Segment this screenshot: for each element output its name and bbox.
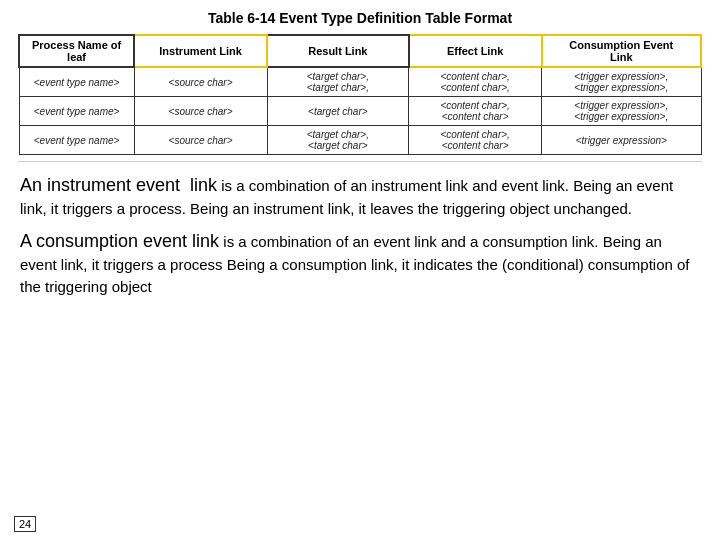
page-number: 24	[14, 516, 36, 532]
para2-highlight: A consumption event link	[20, 231, 219, 251]
header-consumption: Consumption EventLink	[542, 35, 701, 67]
cell-instrument-2: <source char>	[134, 97, 267, 126]
page-container: Table 6-14 Event Type Definition Table F…	[0, 0, 720, 540]
table-title: Table 6-14 Event Type Definition Table F…	[18, 10, 702, 26]
table-header-row: Process Name ofleaf Instrument Link Resu…	[19, 35, 701, 67]
header-result: Result Link	[267, 35, 409, 67]
cell-consumption-1: <trigger expression>,<trigger expression…	[542, 67, 701, 97]
cell-process-2: <event type name>	[19, 97, 134, 126]
para1-highlight: An instrument event link	[20, 175, 217, 195]
cell-instrument-3: <source char>	[134, 126, 267, 155]
header-process: Process Name ofleaf	[19, 35, 134, 67]
header-instrument: Instrument Link	[134, 35, 267, 67]
cell-process-1: <event type name>	[19, 67, 134, 97]
cell-consumption-2: <trigger expression>,<trigger expression…	[542, 97, 701, 126]
paragraphs-section: An instrument event link is a combinatio…	[18, 168, 702, 301]
paragraph-2: A consumption event link is a combinatio…	[20, 228, 700, 298]
cell-instrument-1: <source char>	[134, 67, 267, 97]
cell-result-3: <target char>,<target char>	[267, 126, 409, 155]
divider-1	[18, 161, 702, 162]
table-row: <event type name> <source char> <target …	[19, 126, 701, 155]
table-row: <event type name> <source char> <target …	[19, 97, 701, 126]
cell-effect-2: <content char>,<content char>	[409, 97, 542, 126]
cell-consumption-3: <trigger expression>	[542, 126, 701, 155]
cell-result-1: <target char>,<target char>,	[267, 67, 409, 97]
paragraph-1: An instrument event link is a combinatio…	[20, 172, 700, 220]
cell-process-3: <event type name>	[19, 126, 134, 155]
cell-effect-3: <content char>,<content char>	[409, 126, 542, 155]
definition-table: Process Name ofleaf Instrument Link Resu…	[18, 34, 702, 155]
header-effect: Effect Link	[409, 35, 542, 67]
cell-effect-1: <content char>,<content char>,	[409, 67, 542, 97]
table-row: <event type name> <source char> <target …	[19, 67, 701, 97]
cell-result-2: <target char>	[267, 97, 409, 126]
